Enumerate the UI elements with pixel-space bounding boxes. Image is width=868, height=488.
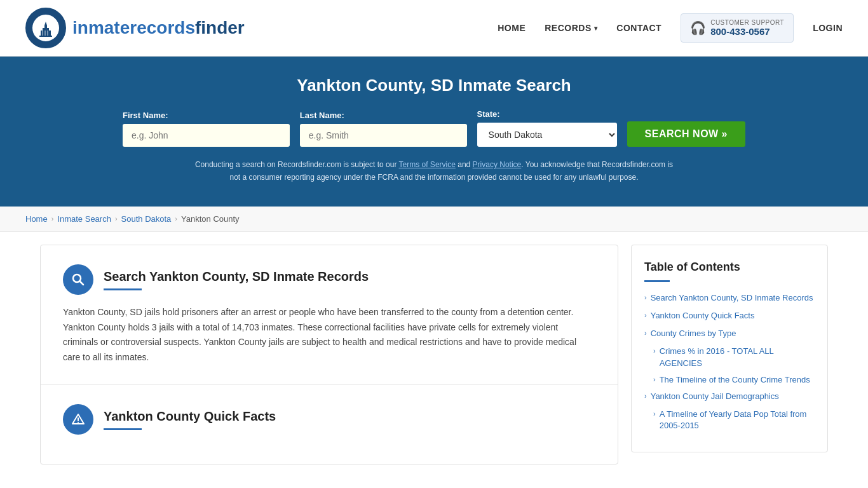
toc-item-5: › The Timeline of the County Crime Trend… [653,374,815,386]
section2-title: Yankton County Quick Facts [104,408,276,424]
toc-item-2: › Yankton County Quick Facts [644,310,815,322]
toc-chevron-7: › [653,410,656,417]
hero-section: Yankton County, SD Inmate Search First N… [0,57,868,207]
breadcrumb-south-dakota[interactable]: South Dakota [121,214,172,224]
logo-icon [25,8,66,48]
main-nav: HOME RECORDS ▾ CONTACT 🎧 CUSTOMER SUPPOR… [498,13,843,43]
alert-circle-icon [63,404,93,435]
search-form: First Name: Last Name: State: South Dako… [123,109,745,147]
hero-disclaimer: Conducting a search on Recordsfinder.com… [193,158,675,184]
breadcrumb-sep-1: › [51,215,54,222]
section1-header: Search Yankton County, SD Inmate Records [63,264,595,295]
toc-sub-1: › Crimes % in 2016 - TOTAL ALL AGENCIES … [644,346,815,386]
toc-link-2[interactable]: Yankton County Quick Facts [651,310,755,322]
section1-title: Search Yankton County, SD Inmate Records [104,268,369,285]
toc-link-1[interactable]: Search Yankton County, SD Inmate Records [651,292,813,304]
svg-rect-8 [47,30,48,36]
breadcrumb: Home › Inmate Search › South Dakota › Ya… [0,207,868,232]
toc-chevron-3: › [644,329,647,337]
svg-rect-5 [39,36,52,37]
toc-item-1: › Search Yankton County, SD Inmate Recor… [644,292,815,304]
svg-rect-3 [44,25,47,29]
toc-link-6[interactable]: Yankton County Jail Demographics [651,391,779,402]
svg-rect-6 [42,30,43,36]
toc-item-7: › A Timeline of Yearly Data Pop Total fr… [653,409,815,431]
records-chevron-down-icon: ▾ [594,25,598,32]
support-label: CUSTOMER SUPPORT [710,19,784,26]
toc-link-3[interactable]: County Crimes by Type [651,328,736,339]
section-inmate-records: Search Yankton County, SD Inmate Records… [41,245,618,385]
toc-item-6: › Yankton County Jail Demographics [644,391,815,402]
hero-title: Yankton County, SD Inmate Search [25,76,843,95]
toc-link-5[interactable]: The Timeline of the County Crime Trends [660,374,810,386]
nav-records[interactable]: RECORDS ▾ [545,23,597,33]
logo-area: inmaterecordsfinder [25,8,245,48]
section2-title-block: Yankton County Quick Facts [104,408,276,430]
first-name-group: First Name: [123,111,290,147]
state-select[interactable]: South Dakota Alabama Alaska Arizona [477,123,617,147]
nav-records-label: RECORDS [545,23,592,33]
toc-box: Table of Contents › Search Yankton Count… [631,245,828,453]
section1-underline [104,288,142,290]
terms-link[interactable]: Terms of Service [399,160,456,169]
section1-title-block: Search Yankton County, SD Inmate Records [104,268,369,290]
breadcrumb-home[interactable]: Home [25,214,48,224]
state-group: State: South Dakota Alabama Alaska Arizo… [477,109,617,147]
headset-icon: 🎧 [690,20,705,36]
logo-text-part1: inmaterecords [72,18,195,37]
toc-chevron-6: › [644,392,647,400]
svg-rect-7 [44,30,46,36]
privacy-link[interactable]: Privacy Notice [473,160,522,169]
logo-text: inmaterecordsfinder [72,18,245,38]
search-now-button[interactable]: SEARCH NOW » [627,121,745,147]
first-name-input[interactable] [123,124,290,147]
toc-divider [644,280,670,282]
last-name-label: Last Name: [300,111,344,120]
toc-item-3: › County Crimes by Type [644,328,815,339]
toc-chevron-4: › [653,347,656,355]
breadcrumb-sep-2: › [115,215,118,222]
toc-chevron-5: › [653,376,656,383]
section2-underline [104,428,142,430]
section-quick-facts: Yankton County Quick Facts [41,385,618,464]
svg-point-12 [78,422,79,423]
state-label: State: [477,109,500,119]
breadcrumb-inmate-search[interactable]: Inmate Search [57,214,111,224]
site-header: inmaterecordsfinder HOME RECORDS ▾ CONTA… [0,0,868,57]
last-name-group: Last Name: [300,111,467,147]
nav-login[interactable]: LOGIN [813,23,843,33]
support-text-area: CUSTOMER SUPPORT 800-433-0567 [710,19,784,37]
nav-contact[interactable]: CONTACT [616,23,661,33]
support-number[interactable]: 800-433-0567 [710,26,784,37]
nav-home[interactable]: HOME [498,23,526,33]
search-circle-icon [63,264,93,295]
sidebar: Table of Contents › Search Yankton Count… [631,245,828,464]
breadcrumb-current: Yankton County [181,214,240,224]
toc-chevron-2: › [644,311,647,319]
toc-link-7[interactable]: A Timeline of Yearly Data Pop Total from… [660,409,815,431]
section1-body: Yankton County, SD jails hold prisoners … [63,305,595,365]
main-content: Search Yankton County, SD Inmate Records… [27,245,841,464]
last-name-input[interactable] [300,124,467,147]
article: Search Yankton County, SD Inmate Records… [40,245,618,464]
breadcrumb-sep-3: › [175,215,177,222]
toc-sub-2: › A Timeline of Yearly Data Pop Total fr… [644,409,815,431]
toc-list: › Search Yankton County, SD Inmate Recor… [644,292,815,432]
customer-support-box: 🎧 CUSTOMER SUPPORT 800-433-0567 [681,13,794,43]
toc-item-4: › Crimes % in 2016 - TOTAL ALL AGENCIES [653,346,815,369]
first-name-label: First Name: [123,111,168,120]
section2-header: Yankton County Quick Facts [63,404,595,435]
logo-text-part2: finder [195,18,245,37]
toc-title: Table of Contents [644,261,815,274]
svg-line-10 [80,281,84,285]
toc-chevron-1: › [644,294,647,301]
toc-link-4[interactable]: Crimes % in 2016 - TOTAL ALL AGENCIES [660,346,815,369]
